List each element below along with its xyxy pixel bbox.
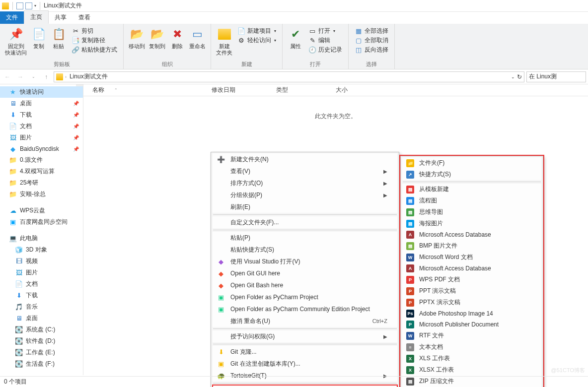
context-menu-item[interactable]: 自定义文件夹(F)... [213, 216, 397, 228]
address-input[interactable]: › Linux测试文件 ⌄ ↻ [54, 71, 524, 82]
qat-dropdown-icon[interactable]: ▾ [34, 3, 36, 8]
context-menu-item[interactable]: ▣Open Folder as PyCharm Community Editio… [213, 303, 397, 315]
sidebar-item[interactable]: 💽工作盘 (E:) [0, 347, 83, 358]
sidebar-item[interactable]: 💽软件盘 (D:) [0, 335, 83, 347]
context-menu-item[interactable]: ⬇Git 克隆... [213, 346, 397, 358]
sidebar-item[interactable]: 📁0.源文件 [0, 154, 83, 166]
easy-access-button[interactable]: ⚙轻松访问▾ [235, 36, 278, 45]
tab-file[interactable]: 文件 [0, 11, 24, 24]
new-submenu-item[interactable]: WRTF 文件 [402, 330, 541, 341]
sidebar-item[interactable]: 🖥桌面 [0, 313, 83, 324]
new-submenu-item[interactable]: XXLS 工作表 [402, 353, 541, 364]
delete-button[interactable]: ✖删除 [167, 25, 187, 51]
invert-select-button[interactable]: ◫反向选择 [353, 45, 390, 55]
sidebar-item[interactable]: ◆BaiduSyncdisk📌 [0, 143, 83, 154]
context-menu-item[interactable]: 授予访问权限(G)▶ [213, 330, 397, 342]
context-menu-item[interactable]: ▣Open Folder as PyCharm Project [213, 291, 397, 303]
sidebar-item[interactable]: ⬇下载📌 [0, 109, 83, 121]
breadcrumb[interactable]: Linux测试文件 [69, 72, 109, 81]
search-input[interactable]: 在 Linux测 [526, 71, 586, 82]
pin-quick-access-button[interactable]: 📌固定到 快速访问 [3, 25, 29, 57]
refresh-icon[interactable]: ↻ [517, 73, 522, 80]
sidebar-item[interactable]: 📁4.双模写运算 [0, 166, 83, 177]
col-size[interactable]: 大小 [336, 86, 385, 94]
context-menu-item[interactable]: ➕新建文件夹(N) [213, 153, 397, 165]
new-submenu-item[interactable]: XXLSX 工作表 [402, 364, 541, 376]
context-menu-item[interactable]: 撤消 重命名(U)Ctrl+Z [213, 315, 397, 327]
nav-back-button[interactable]: ← [2, 71, 13, 82]
properties-button[interactable]: ✔属性 [286, 25, 305, 51]
sidebar-item[interactable]: 📄文档📌 [0, 121, 83, 132]
sidebar-item[interactable]: ▣百度网盘同步空间 [0, 216, 83, 228]
open-button[interactable]: ▭打开▾ [306, 26, 344, 36]
new-folder-button[interactable]: 新建 文件夹 [214, 25, 234, 57]
new-submenu-item[interactable]: PMicrosoft Publisher Document [402, 319, 541, 330]
copy-to-button[interactable]: 📂复制到 [147, 25, 167, 51]
context-menu-item[interactable]: ▣Git 在这里创建版本库(Y)... [213, 358, 397, 370]
sidebar-item[interactable]: 🎵音乐 [0, 301, 83, 313]
sidebar-item[interactable]: 💽系统盘 (C:) [0, 324, 83, 335]
nav-up-button[interactable]: ↑ [41, 71, 52, 82]
context-menu-item[interactable]: ◆使用 Visual Studio 打开(V) [213, 256, 397, 267]
select-none-button[interactable]: ▢全部取消 [353, 36, 390, 45]
paste-button[interactable]: 📋粘贴 [49, 25, 69, 51]
new-submenu-item[interactable]: ▤思维导图 [402, 206, 541, 218]
copy-path-button[interactable]: 📑复制路径 [70, 36, 119, 45]
new-submenu-item[interactable]: PPPT 演示文稿 [402, 285, 541, 297]
context-menu-item[interactable]: 刷新(E) [213, 201, 397, 213]
sidebar-item[interactable]: ★快速访问 [0, 86, 83, 98]
new-submenu-item[interactable]: PsAdobe Photoshop Image 14 [402, 308, 541, 319]
sidebar-item[interactable]: ☁WPS云盘 [0, 205, 83, 216]
qat-button[interactable] [25, 2, 32, 9]
sidebar-item[interactable]: 🖼图片 [0, 267, 83, 278]
edit-button[interactable]: ✎编辑 [306, 36, 344, 45]
cut-button[interactable]: ✂剪切 [70, 26, 119, 36]
sidebar-item[interactable]: 📁25考研 [0, 177, 83, 189]
sidebar-item[interactable]: 🖥桌面📌 [0, 98, 83, 109]
tab-share[interactable]: 共享 [49, 11, 73, 24]
paste-shortcut-button[interactable]: 🔗粘贴快捷方式 [70, 45, 119, 55]
tab-home[interactable]: 主页 [24, 10, 49, 24]
nav-sidebar[interactable]: ⌃ ★快速访问🖥桌面📌⬇下载📌📄文档📌🖼图片📌◆BaiduSyncdisk📌📁0… [0, 84, 83, 375]
sidebar-item[interactable]: 🖼图片📌 [0, 132, 83, 143]
new-submenu-item[interactable]: AMicrosoft Access Database [402, 263, 541, 274]
sidebar-item[interactable]: 💽生活盘 (F:) [0, 358, 83, 370]
sidebar-item[interactable]: 💻此电脑 [0, 233, 83, 244]
rename-button[interactable]: ▭重命名 [187, 25, 208, 51]
sidebar-item[interactable]: 📄文档 [0, 278, 83, 290]
col-date[interactable]: 修改日期 [212, 86, 276, 94]
new-submenu-item[interactable]: PPPTX 演示文稿 [402, 297, 541, 308]
sidebar-item[interactable]: ⬇下载 [0, 290, 83, 301]
new-submenu-item[interactable]: ↗快捷方式(S) [402, 169, 541, 180]
new-submenu-item[interactable]: WMicrosoft Word 文档 [402, 252, 541, 263]
col-name[interactable]: 名称⌃ [92, 86, 212, 94]
sidebar-item[interactable]: 🎞视频 [0, 256, 83, 267]
copy-button[interactable]: 📄复制 [29, 25, 49, 51]
new-submenu-item[interactable]: 📁文件夹(F) [402, 157, 541, 169]
col-type[interactable]: 类型 [276, 86, 336, 94]
new-submenu-item[interactable]: PWPS PDF 文档 [402, 274, 541, 285]
new-submenu-item[interactable]: ▤从模板新建 [402, 184, 541, 195]
nav-recent-dropdown[interactable]: ⌄ [28, 71, 39, 82]
qat-button[interactable] [16, 2, 23, 9]
nav-forward-button[interactable]: → [15, 71, 26, 82]
tab-view[interactable]: 查看 [73, 11, 96, 24]
context-menu-item[interactable]: 排序方式(O)▶ [213, 177, 397, 189]
menu-item-label: PPT 演示文稿 [419, 287, 456, 295]
new-item-button[interactable]: 📄新建项目▾ [235, 26, 278, 36]
new-submenu-item[interactable]: ≡文本文档 [402, 341, 541, 353]
new-submenu-item[interactable]: AMicrosoft Access Database [402, 229, 541, 240]
move-to-button[interactable]: 📂移动到 [127, 25, 147, 51]
select-all-button[interactable]: ▦全部选择 [353, 26, 390, 36]
address-dropdown-icon[interactable]: ⌄ [511, 74, 515, 79]
sidebar-item[interactable]: 📁安顺-徐总 [0, 189, 83, 200]
new-submenu-item[interactable]: ▤海报图片 [402, 218, 541, 229]
new-submenu-item[interactable]: ▤BMP 图片文件 [402, 240, 541, 252]
context-menu-item[interactable]: 查看(V)▶ [213, 165, 397, 177]
context-menu-item[interactable]: ◆Open Git GUI here [213, 267, 397, 279]
sidebar-item[interactable]: 🧊3D 对象 [0, 244, 83, 256]
context-menu-item[interactable]: ◆Open Git Bash here [213, 279, 397, 291]
new-submenu-item[interactable]: ▤流程图 [402, 195, 541, 206]
context-menu-item[interactable]: 分组依据(P)▶ [213, 189, 397, 201]
history-button[interactable]: 🕘历史记录 [306, 45, 344, 55]
